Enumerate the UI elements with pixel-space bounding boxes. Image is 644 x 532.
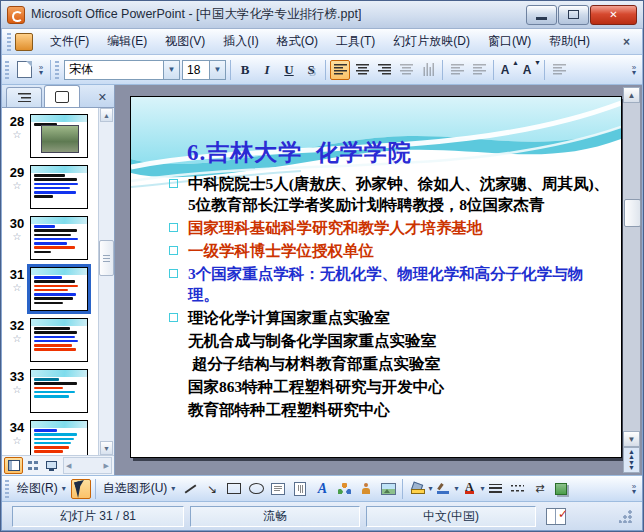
bold-button[interactable]: B <box>235 60 255 80</box>
scroll-down-icon[interactable]: ▼ <box>100 441 113 455</box>
document-icon <box>15 33 33 51</box>
thumbnail-slide-30[interactable] <box>30 216 88 260</box>
close-window-icon[interactable]: × <box>615 35 638 49</box>
italic-button[interactable]: I <box>257 60 277 80</box>
menu-item-2[interactable]: 视图(V) <box>156 30 214 53</box>
select-objects-button[interactable] <box>71 479 91 499</box>
menu-item-8[interactable]: 帮助(H) <box>540 30 599 53</box>
insert-picture-button[interactable] <box>378 479 398 499</box>
animation-indicator-icon[interactable]: ☆ <box>4 384 30 395</box>
scroll-down-icon[interactable]: ▼ <box>623 431 640 447</box>
maximize-button[interactable] <box>558 5 589 25</box>
toolbar-options-icon[interactable]: »▾ <box>35 65 47 75</box>
previous-slide-button[interactable]: ▲▲ <box>628 450 635 459</box>
menu-item-5[interactable]: 工具(T) <box>327 30 384 53</box>
menu-item-7[interactable]: 窗口(W) <box>479 30 540 53</box>
normal-view-button[interactable] <box>4 457 23 474</box>
thumbnail-slide-33[interactable] <box>30 369 88 413</box>
dash-style-button[interactable] <box>507 479 527 499</box>
slide-scrollbar[interactable]: ▲ ▼ ▲▲ ▼▼ <box>623 87 640 473</box>
minimize-button[interactable] <box>526 5 557 25</box>
align-center-button[interactable] <box>352 60 372 80</box>
scrollbar-thumb[interactable] <box>99 240 114 276</box>
scroll-up-icon[interactable]: ▲ <box>100 108 113 122</box>
slide-title[interactable]: 6.吉林大学 化学学院 <box>187 137 412 168</box>
shadow-style-button[interactable] <box>551 479 571 499</box>
toolbar-options-icon[interactable]: »▾ <box>628 65 640 75</box>
increase-font-button[interactable]: A▲ <box>498 60 518 80</box>
slide-body-text[interactable]: 中科院院士5人(唐敖庆、孙家钟、徐如人、沈家骢、周其凤)、5位教育部长江学者奖励… <box>167 173 613 422</box>
toolbar-grip[interactable] <box>5 480 9 498</box>
diagram-button[interactable] <box>334 479 354 499</box>
animation-indicator-icon[interactable]: ☆ <box>4 129 30 140</box>
toolbar-options-icon[interactable]: »▾ <box>628 484 640 494</box>
close-button[interactable]: ✕ <box>590 5 637 25</box>
tab-slides[interactable] <box>44 85 80 107</box>
tab-outline[interactable] <box>6 87 42 107</box>
toolbar-grip[interactable] <box>5 61 9 79</box>
toolbar-grip[interactable] <box>7 33 11 51</box>
slide-canvas[interactable]: 6.吉林大学 化学学院 中科院院士5人(唐敖庆、孙家钟、徐如人、沈家骢、周其凤)… <box>130 96 622 458</box>
close-pane-icon[interactable]: ✕ <box>98 91 112 107</box>
chevron-down-icon[interactable]: ▼ <box>163 61 179 79</box>
thumbnail-slide-31[interactable] <box>30 267 88 311</box>
align-left-button[interactable] <box>330 60 350 80</box>
language-status[interactable]: 中文(中国) <box>366 506 536 527</box>
toolbar-grip[interactable] <box>55 61 59 79</box>
font-name-select[interactable]: 宋体 ▼ <box>64 60 180 80</box>
next-slide-button[interactable]: ▼▼ <box>628 461 635 470</box>
thumbnail-slide-28[interactable] <box>30 114 88 158</box>
decrease-font-button[interactable]: A▼ <box>520 60 540 80</box>
menu-item-1[interactable]: 编辑(E) <box>98 30 156 53</box>
clip-art-button[interactable] <box>356 479 376 499</box>
new-document-button[interactable] <box>14 60 34 80</box>
animation-indicator-icon[interactable]: ☆ <box>4 180 30 191</box>
rectangle-tool-button[interactable] <box>224 479 244 499</box>
animation-indicator-icon[interactable]: ☆ <box>4 333 30 344</box>
menu-item-0[interactable]: 文件(F) <box>41 30 98 53</box>
thumbnail-slide-29[interactable] <box>30 165 88 209</box>
text-shadow-button[interactable]: S <box>301 60 321 80</box>
oval-tool-button[interactable] <box>246 479 266 499</box>
animation-indicator-icon[interactable]: ☆ <box>4 282 30 293</box>
arrow-tool-button[interactable]: ↘ <box>202 479 222 499</box>
panel-scrollbar[interactable]: ▲ ▼ <box>98 108 114 455</box>
animation-indicator-icon[interactable]: ☆ <box>4 231 30 242</box>
slideshow-view-button[interactable] <box>42 457 61 474</box>
chevron-down-icon[interactable]: ▾ <box>428 484 432 493</box>
autoshapes-menu-button[interactable]: 自选图形(U)▾ <box>99 478 180 499</box>
menu-item-6[interactable]: 幻灯片放映(D) <box>384 30 479 53</box>
design-template-status[interactable]: 流畅 <box>190 506 360 527</box>
vertical-text-box-button[interactable] <box>290 479 310 499</box>
line-style-button[interactable] <box>485 479 505 499</box>
powerpoint-app-icon[interactable] <box>7 6 25 24</box>
line-color-button[interactable] <box>433 479 453 499</box>
spelling-status-icon[interactable] <box>546 508 566 525</box>
align-right-button[interactable] <box>374 60 394 80</box>
thumbnail-slide-34[interactable] <box>30 420 88 455</box>
menu-item-3[interactable]: 插入(I) <box>214 30 267 53</box>
font-size-select[interactable]: 18 ▼ <box>182 60 226 80</box>
menu-item-4[interactable]: 格式(O) <box>268 30 327 53</box>
scroll-up-icon[interactable]: ▲ <box>623 87 640 103</box>
chevron-down-icon[interactable]: ▼ <box>209 61 225 79</box>
thumbnail-slide-32[interactable] <box>30 318 88 362</box>
scrollbar-track[interactable] <box>623 103 640 431</box>
scrollbar-thumb[interactable] <box>624 199 641 227</box>
animation-indicator-icon[interactable]: ☆ <box>4 435 30 446</box>
wordart-button[interactable]: A <box>312 479 332 499</box>
font-color-button[interactable]: A <box>459 479 479 499</box>
line-icon <box>184 484 196 493</box>
chevron-down-icon[interactable]: ▾ <box>454 484 458 493</box>
chevron-down-icon[interactable]: ▾ <box>480 484 484 493</box>
resize-grip[interactable] <box>619 510 632 523</box>
text-box-button[interactable] <box>268 479 288 499</box>
arrow-style-button[interactable]: ⇄ <box>529 479 549 499</box>
fill-color-button[interactable] <box>407 479 427 499</box>
drawing-toolbar: 绘图(R)▾ 自选图形(U)▾ ↘ A ▾ ▾ A ▾ ⇄ »▾ <box>2 475 642 501</box>
line-tool-button[interactable] <box>180 479 200 499</box>
underline-button[interactable]: U <box>279 60 299 80</box>
draw-menu-button[interactable]: 绘图(R)▾ <box>13 478 70 499</box>
slide-sorter-view-button[interactable] <box>23 457 42 474</box>
horizontal-scrollbar[interactable]: ◀▶ <box>63 457 112 474</box>
